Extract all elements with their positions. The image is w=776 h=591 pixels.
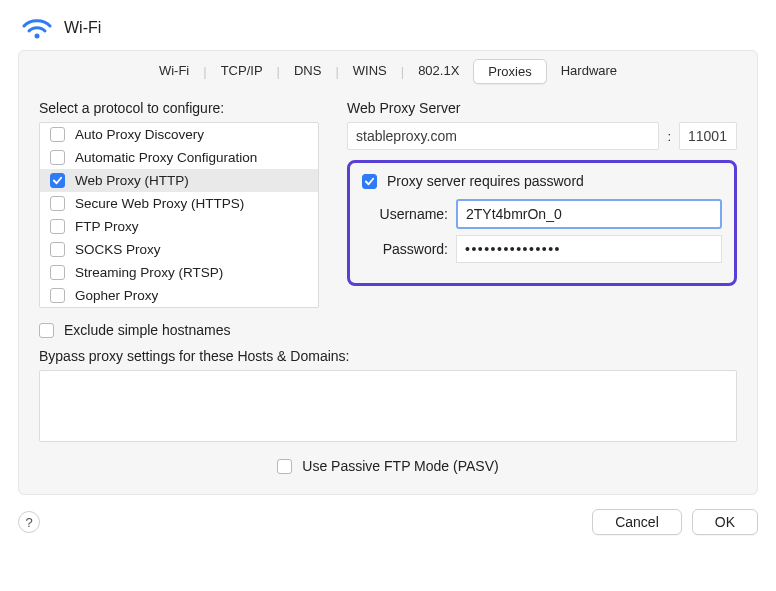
protocol-item[interactable]: Secure Web Proxy (HTTPS) [40,192,318,215]
requires-password-checkbox[interactable] [362,174,377,189]
protocol-checkbox[interactable] [50,265,65,280]
window-header: Wi-Fi [18,12,758,50]
exclude-hostnames-checkbox[interactable] [39,323,54,338]
protocol-checkbox[interactable] [50,219,65,234]
protocol-label: Select a protocol to configure: [39,100,319,116]
protocol-label: Streaming Proxy (RTSP) [75,265,223,280]
passive-ftp-label: Use Passive FTP Mode (PASV) [302,458,498,474]
help-button[interactable]: ? [18,511,40,533]
exclude-hostnames-label: Exclude simple hostnames [64,322,231,338]
protocol-item[interactable]: Gopher Proxy [40,284,318,307]
tab-wi-fi[interactable]: Wi-Fi [145,59,203,84]
host-port-separator: : [667,129,671,144]
auth-highlight-box: Proxy server requires password Username:… [347,160,737,286]
protocol-item[interactable]: Streaming Proxy (RTSP) [40,261,318,284]
protocol-label: FTP Proxy [75,219,139,234]
protocol-checkbox[interactable] [50,196,65,211]
tab-wins[interactable]: WINS [339,59,401,84]
protocol-label: Automatic Proxy Configuration [75,150,257,165]
svg-point-0 [35,34,40,39]
wifi-icon [22,16,52,40]
server-port-input[interactable]: 11001 [679,122,737,150]
protocol-item[interactable]: Automatic Proxy Configuration [40,146,318,169]
protocol-checkbox[interactable] [50,150,65,165]
tab-hardware[interactable]: Hardware [547,59,631,84]
protocol-checkbox[interactable] [50,173,65,188]
protocol-label: Secure Web Proxy (HTTPS) [75,196,244,211]
username-input[interactable]: 2TYt4bmrOn_0 [456,199,722,229]
protocol-item[interactable]: FTP Proxy [40,215,318,238]
requires-password-label: Proxy server requires password [387,173,584,189]
protocol-checkbox[interactable] [50,242,65,257]
tab-dns[interactable]: DNS [280,59,335,84]
protocol-label: SOCKS Proxy [75,242,161,257]
protocol-item[interactable]: SOCKS Proxy [40,238,318,261]
protocol-label: Auto Proxy Discovery [75,127,204,142]
bypass-textarea[interactable] [39,370,737,442]
bypass-label: Bypass proxy settings for these Hosts & … [39,348,737,364]
protocol-item[interactable]: Web Proxy (HTTP) [40,169,318,192]
password-input[interactable]: ••••••••••••••• [456,235,722,263]
cancel-button[interactable]: Cancel [592,509,682,535]
tab-bar: Wi-Fi|TCP/IP|DNS|WINS|802.1XProxiesHardw… [39,51,737,100]
protocol-checkbox[interactable] [50,288,65,303]
settings-panel: Wi-Fi|TCP/IP|DNS|WINS|802.1XProxiesHardw… [18,50,758,495]
ok-button[interactable]: OK [692,509,758,535]
tab-proxies[interactable]: Proxies [473,59,546,84]
passive-ftp-checkbox[interactable] [277,459,292,474]
protocol-list[interactable]: Auto Proxy DiscoveryAutomatic Proxy Conf… [39,122,319,308]
server-label: Web Proxy Server [347,100,737,116]
protocol-label: Web Proxy (HTTP) [75,173,189,188]
protocol-checkbox[interactable] [50,127,65,142]
tab-802-1x[interactable]: 802.1X [404,59,473,84]
page-title: Wi-Fi [64,19,101,37]
protocol-item[interactable]: Auto Proxy Discovery [40,123,318,146]
server-host-input[interactable]: stableproxy.com [347,122,659,150]
tab-tcp-ip[interactable]: TCP/IP [207,59,277,84]
username-label: Username: [362,206,456,222]
protocol-label: Gopher Proxy [75,288,158,303]
password-label: Password: [362,241,456,257]
